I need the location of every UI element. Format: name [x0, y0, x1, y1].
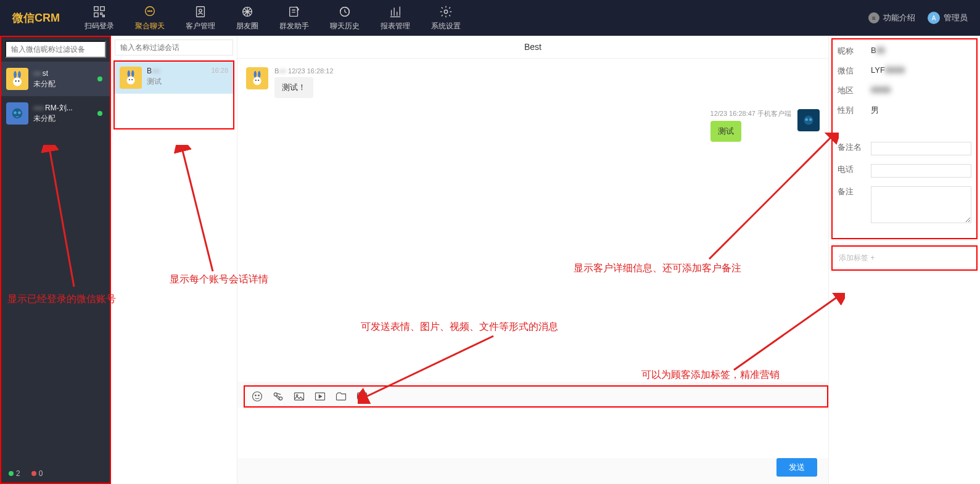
- nav-chat[interactable]: 聚合聊天: [135, 5, 165, 31]
- quick-reply-icon[interactable]: [356, 390, 368, 403]
- admin-menu[interactable]: A 管理员: [928, 12, 968, 24]
- accounts-footer: 2 0: [1, 464, 110, 483]
- svg-point-17: [18, 80, 19, 81]
- detail-remarkname-input[interactable]: [871, 142, 971, 155]
- detail-wx-label: 微信: [838, 65, 871, 76]
- tag-placeholder: 添加标签 +: [839, 253, 875, 262]
- svg-point-20: [18, 112, 21, 115]
- detail-phone-input[interactable]: [871, 164, 971, 178]
- nav-customers[interactable]: 客户管理: [186, 5, 215, 31]
- history-icon: [338, 5, 352, 18]
- emoji-icon[interactable]: [251, 390, 263, 403]
- detail-gender-value: 男: [871, 105, 971, 116]
- moments-icon: [241, 5, 254, 18]
- nav-label: 聊天历史: [330, 21, 360, 31]
- svg-point-24: [129, 79, 130, 80]
- nav-scan[interactable]: 扫码登录: [84, 5, 114, 31]
- nav-label: 报表管理: [381, 21, 410, 31]
- conversation-list: B▪▪▪ 测试 16:28: [111, 36, 237, 484]
- svg-point-6: [151, 10, 152, 11]
- detail-panel: 昵称B▪▪▪ 微信LYF▪▪▪▪▪▪▪ 地区▪▪▪▪▪▪▪ 性别男 备注名 电话…: [829, 36, 980, 484]
- svg-point-16: [15, 80, 17, 81]
- nav-label: 朋友圈: [236, 21, 258, 31]
- svg-point-32: [805, 118, 808, 121]
- detail-remark-input[interactable]: [871, 186, 971, 223]
- nav-history[interactable]: 聊天历史: [330, 5, 360, 31]
- contacts-icon: [194, 5, 207, 18]
- conversation-search-input[interactable]: [115, 39, 233, 55]
- svg-point-43: [360, 396, 360, 396]
- accounts-search-input[interactable]: [5, 41, 106, 58]
- admin-avatar-icon: A: [928, 12, 940, 24]
- file-icon[interactable]: [335, 390, 347, 403]
- svg-point-26: [254, 71, 257, 78]
- conversation-avatar-icon: [120, 67, 142, 89]
- chat-input[interactable]: [237, 408, 828, 458]
- svg-rect-2: [94, 12, 98, 16]
- nav-label: 扫码登录: [84, 21, 114, 31]
- svg-point-25: [131, 79, 133, 80]
- send-button[interactable]: 发送: [776, 458, 817, 477]
- account-item[interactable]: ▪▪▪st 未分配: [1, 62, 110, 96]
- chat-area: Best B▪▪▪ 12/23 16:28:12 测试！ 12/23 16:28…: [237, 36, 829, 484]
- svg-point-12: [444, 10, 448, 14]
- offline-count: 0: [31, 469, 43, 478]
- nav: 扫码登录 聚合聊天 客户管理 朋友圈 群发助手 聊天历史 报表管理 系统设置: [84, 5, 868, 31]
- detail-phone-label: 电话: [838, 164, 871, 175]
- nav-label: 群发助手: [279, 21, 309, 31]
- svg-point-33: [809, 118, 812, 121]
- nav-broadcast[interactable]: 群发助手: [279, 5, 309, 31]
- brand: 微信CRM: [12, 10, 60, 25]
- message-bubble: 测试！: [274, 77, 313, 98]
- online-dot-icon: [97, 111, 102, 116]
- detail-remarkname-label: 备注名: [838, 142, 871, 153]
- account-avatar-icon: [6, 102, 28, 125]
- features-link[interactable]: ≡ 功能介绍: [868, 12, 915, 23]
- nav-label: 聚合聊天: [135, 21, 165, 31]
- message-row: 12/23 16:28:47 手机客户端 测试: [246, 109, 820, 142]
- detail-remark-label: 备注: [838, 186, 871, 197]
- detail-nick-label: 昵称: [838, 46, 871, 57]
- detail-region-value: ▪▪▪▪▪▪▪: [871, 85, 971, 94]
- top-bar: 微信CRM 扫码登录 聚合聊天 客户管理 朋友圈 群发助手 聊天历史 报表管理: [0, 0, 980, 36]
- nav-label: 系统设置: [431, 21, 461, 31]
- detail-nick-value: B▪▪▪: [871, 46, 971, 55]
- message-row: B▪▪▪ 12/23 16:28:12 测试！: [246, 67, 820, 98]
- svg-point-14: [18, 71, 21, 78]
- nav-reports[interactable]: 报表管理: [381, 5, 410, 31]
- info-icon: ≡: [868, 12, 879, 23]
- image-icon[interactable]: [293, 390, 305, 403]
- account-item[interactable]: ▪▪▪▪RM-刘... 未分配: [1, 96, 110, 131]
- svg-point-45: [364, 396, 364, 396]
- svg-point-19: [14, 112, 17, 115]
- conversation-item[interactable]: B▪▪▪ 测试 16:28: [115, 62, 233, 94]
- svg-rect-10: [290, 7, 298, 16]
- svg-point-28: [253, 77, 261, 85]
- accounts-sidebar: ▪▪▪st 未分配 ▪▪▪▪RM-刘... 未分配 2 0: [0, 36, 111, 484]
- svg-point-21: [128, 70, 130, 77]
- features-label: 功能介绍: [883, 12, 915, 23]
- account-avatar-icon: [6, 68, 28, 90]
- svg-point-30: [258, 80, 259, 81]
- chat-toolbar: [244, 385, 828, 408]
- svg-point-8: [199, 9, 202, 12]
- nav-settings[interactable]: 系统设置: [431, 5, 461, 31]
- svg-point-13: [14, 71, 17, 78]
- nav-label: 客户管理: [186, 21, 215, 31]
- tag-area[interactable]: 添加标签 +: [831, 245, 978, 271]
- svg-point-23: [127, 76, 135, 84]
- conversation-preview: 测试: [147, 76, 206, 87]
- svg-point-29: [255, 80, 257, 81]
- conversation-time: 16:28: [211, 67, 228, 89]
- screenshot-icon[interactable]: [272, 390, 284, 403]
- nav-moments[interactable]: 朋友圈: [236, 5, 258, 31]
- svg-rect-0: [94, 6, 98, 10]
- detail-region-label: 地区: [838, 85, 871, 96]
- svg-point-36: [258, 395, 260, 396]
- svg-point-44: [361, 396, 362, 396]
- admin-label: 管理员: [944, 12, 968, 23]
- video-icon[interactable]: [314, 390, 326, 403]
- message-meta: 12/23 16:28:47 手机客户端: [710, 109, 791, 118]
- detail-wx-value: LYF▪▪▪▪▪▪▪: [871, 65, 971, 75]
- svg-point-35: [255, 395, 257, 396]
